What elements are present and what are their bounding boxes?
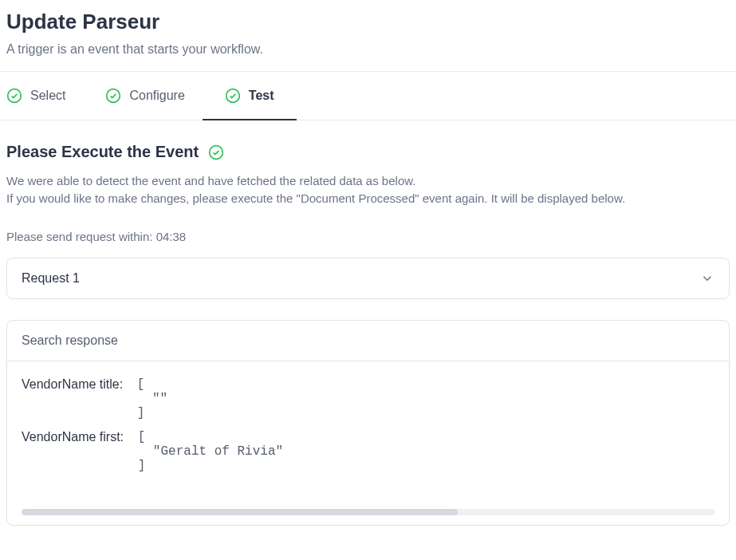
section-description-line2: If you would like to make changes, pleas… (6, 190, 730, 207)
tab-configure[interactable]: Configure (105, 72, 184, 120)
response-key: VendorName title: (22, 377, 123, 420)
section-title: Please Execute the Event (6, 143, 199, 161)
svg-point-0 (8, 89, 22, 103)
response-key: VendorName first: (22, 430, 124, 473)
request-selected-label: Request 1 (22, 271, 80, 286)
check-circle-icon (105, 88, 121, 104)
section-description-line1: We were able to detect the event and hav… (6, 172, 730, 190)
tab-select[interactable]: Select (6, 72, 65, 120)
tab-label: Test (249, 89, 274, 103)
response-row: VendorName first: [ "Geralt of Rivia" ] (22, 430, 714, 473)
check-circle-icon (208, 144, 224, 160)
response-panel: VendorName title: [ "" ] VendorName firs… (6, 320, 730, 526)
page-subtitle: A trigger is an event that starts your w… (6, 42, 730, 57)
countdown-text: Please send request within: 04:38 (6, 230, 730, 243)
chevron-down-icon (700, 271, 714, 286)
horizontal-scrollbar-thumb[interactable] (22, 509, 458, 515)
response-value: [ "" ] (129, 377, 167, 420)
response-value: [ "Geralt of Rivia" ] (130, 430, 283, 473)
response-row: VendorName title: [ "" ] (22, 377, 714, 420)
svg-point-2 (226, 89, 240, 103)
svg-point-1 (107, 89, 120, 103)
tab-label: Select (30, 89, 65, 103)
search-input[interactable] (7, 321, 729, 361)
horizontal-scrollbar-track[interactable] (22, 509, 714, 515)
check-circle-icon (225, 88, 241, 104)
request-selector[interactable]: Request 1 (6, 258, 730, 299)
search-bar (7, 321, 729, 361)
tab-test[interactable]: Test (225, 72, 274, 120)
tabs: Select Configure Test (0, 72, 736, 120)
countdown-value: 04:38 (156, 230, 187, 243)
check-circle-icon (6, 88, 22, 104)
response-body[interactable]: VendorName title: [ "" ] VendorName firs… (7, 361, 729, 509)
page-title: Update Parseur (6, 10, 730, 34)
svg-point-3 (210, 145, 223, 159)
tab-label: Configure (129, 89, 184, 103)
